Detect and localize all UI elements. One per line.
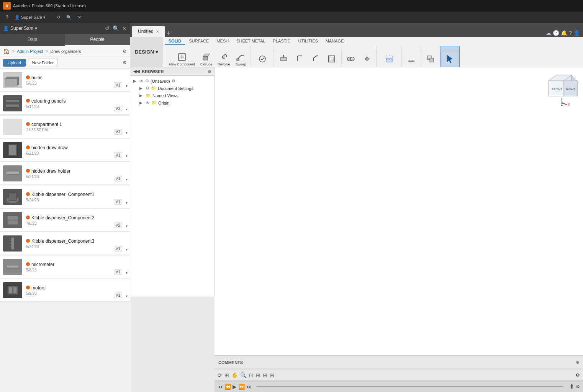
measure-tool[interactable]: [404, 52, 419, 66]
grid-display-icon[interactable]: ⊞: [263, 372, 267, 378]
list-item[interactable]: micrometer 5/8/23 V1 ▾: [0, 256, 130, 278]
tab-mesh[interactable]: MESH: [213, 38, 233, 45]
home-view-icon[interactable]: ⊞: [224, 372, 229, 378]
bell-icon[interactable]: 🔔: [561, 30, 567, 36]
refresh-icon[interactable]: ↺: [105, 25, 110, 31]
user-button[interactable]: 👤 Super Sam ▾: [3, 26, 37, 31]
tree-item-root[interactable]: ▶ 👁 ⚙ (Unsaved) ⚙: [130, 77, 214, 85]
grid-menu-btn[interactable]: ⠿: [3, 14, 11, 21]
document-tab[interactable]: Untitled ✕: [132, 26, 165, 37]
tab-people[interactable]: People: [65, 34, 130, 46]
list-item[interactable]: hidden draw draw 6/21/23 V1 ▾: [0, 139, 130, 162]
sweep-tool[interactable]: Sweep: [233, 50, 248, 68]
prev-button[interactable]: ⏪: [224, 384, 231, 390]
chevron-down-icon[interactable]: ▾: [126, 107, 128, 111]
close-btn[interactable]: ✕: [75, 14, 84, 21]
orbit-icon[interactable]: ⟳: [218, 372, 222, 378]
comments-add-icon[interactable]: ⊕: [576, 360, 579, 365]
user-menu-btn[interactable]: 👤 Super Sam ▾: [12, 14, 48, 21]
close-icon[interactable]: ✕: [122, 25, 127, 31]
tab-solid[interactable]: SOLID: [165, 38, 185, 45]
tab-manage[interactable]: MANAGE: [322, 38, 348, 45]
add-tab-button[interactable]: +: [167, 30, 171, 37]
file-version: V1: [114, 269, 122, 275]
skip-start-button[interactable]: ⏮: [218, 384, 223, 390]
cloud-icon[interactable]: ☁: [546, 30, 551, 36]
automate-tool[interactable]: [255, 52, 270, 66]
settings-icon[interactable]: ⚙: [123, 49, 127, 54]
user-profile-icon[interactable]: 👤: [573, 30, 580, 36]
chevron-down-icon[interactable]: ▾: [126, 177, 128, 181]
zoom-fit-icon[interactable]: ⊡: [249, 372, 254, 378]
view-cube[interactable]: FRONT RIGHT Z X: [545, 71, 579, 106]
joint-origin-tool[interactable]: [359, 52, 375, 66]
tab-close-icon[interactable]: ✕: [156, 29, 159, 34]
pan-icon[interactable]: ✋: [231, 372, 238, 378]
panel-settings-icon[interactable]: ⚙: [123, 60, 127, 65]
tab-surface[interactable]: SURFACE: [185, 38, 213, 45]
tab-sheet-metal[interactable]: SHEET METAL: [233, 38, 269, 45]
help-icon[interactable]: ?: [569, 30, 572, 36]
joint-tool[interactable]: [343, 52, 359, 66]
timeline-slider[interactable]: [256, 386, 563, 387]
chevron-down-icon[interactable]: ▾: [126, 201, 128, 205]
list-item[interactable]: compartment 1 11:33:57 PM V1 ▾: [0, 116, 130, 138]
offset-plane-tool[interactable]: [382, 52, 397, 66]
next-button[interactable]: ⏩: [238, 384, 245, 390]
select-tool[interactable]: [442, 52, 458, 66]
tree-eye-icon[interactable]: 👁: [146, 101, 150, 105]
list-item[interactable]: Kibble dispenser_Component3 5/24/23 V1 ▾: [0, 232, 130, 255]
admin-project-link[interactable]: Admin Project: [17, 49, 43, 54]
fillet-tool[interactable]: [292, 52, 307, 66]
tab-plastic[interactable]: PLASTIC: [269, 38, 295, 45]
timeline-settings-icon[interactable]: ⚙: [576, 384, 580, 389]
clock-icon[interactable]: 🕐: [553, 30, 559, 36]
list-item[interactable]: hidden draw holder 6/21/23 V1 ▾: [0, 162, 130, 185]
play-button[interactable]: ▶: [233, 384, 237, 390]
chevron-down-icon[interactable]: ▾: [126, 154, 128, 158]
home-icon[interactable]: 🏠: [3, 48, 10, 54]
upload-button[interactable]: Upload: [3, 59, 26, 67]
tab-utilities[interactable]: UTILITIES: [294, 38, 321, 45]
tree-gear-icon[interactable]: ⚙: [145, 78, 149, 83]
chevron-down-icon[interactable]: ▾: [126, 84, 128, 88]
revolve-tool[interactable]: Revolve: [215, 50, 233, 68]
tree-item-origin[interactable]: ▶ 👁 📁 Origin: [130, 99, 214, 106]
new-component-tool[interactable]: New Component: [167, 50, 197, 68]
press-pull-tool[interactable]: [276, 52, 291, 66]
browser-collapse-icon[interactable]: ◀◀: [133, 69, 139, 74]
shell-tool[interactable]: [324, 52, 339, 66]
tab-data[interactable]: Data: [0, 34, 65, 46]
new-folder-button[interactable]: New Folder: [28, 59, 58, 67]
tree-item-document-settings[interactable]: ▶ ⚙ 📁 Document Settings: [130, 85, 214, 92]
skip-end-button[interactable]: ⏭: [246, 384, 252, 390]
canvas-area[interactable]: FRONT RIGHT Z X: [215, 67, 583, 355]
insert-derive-tool[interactable]: [423, 52, 438, 66]
draw-organisers-link[interactable]: Draw organisers: [51, 49, 81, 54]
chamfer-tool[interactable]: [308, 52, 323, 66]
design-mode-button[interactable]: DESIGN ▾: [130, 37, 163, 67]
list-item[interactable]: Kibble dispenser_Component2 7/8/23 V2 ▾: [0, 209, 130, 232]
settings-right[interactable]: ⚙: [576, 372, 580, 378]
search-btn[interactable]: 🔍: [64, 14, 74, 21]
extrude-tool[interactable]: Extrude: [198, 50, 215, 68]
chevron-down-icon[interactable]: ▾: [126, 131, 128, 135]
list-item[interactable]: colouring pencils 5/14/23 V2 ▾: [0, 92, 130, 115]
display-settings-icon[interactable]: ⊞: [256, 372, 260, 378]
chevron-down-icon[interactable]: ▾: [126, 247, 128, 252]
chevron-down-icon[interactable]: ▾: [126, 224, 128, 228]
list-item[interactable]: bulbs 5/8/23 V1 ▾: [0, 69, 130, 91]
tree-eye-icon[interactable]: 👁: [139, 79, 144, 83]
list-item[interactable]: motors 5/9/23 V1 ▾: [0, 279, 130, 302]
viewport-settings-icon[interactable]: ⊞: [270, 372, 274, 378]
file-version: V1: [114, 82, 122, 88]
chevron-down-icon[interactable]: ▾: [126, 294, 128, 298]
zoom-icon[interactable]: 🔍: [240, 372, 247, 378]
chevron-down-icon[interactable]: ▾: [126, 271, 128, 275]
svg-point-25: [222, 56, 225, 59]
search-icon[interactable]: 🔍: [113, 25, 119, 31]
tree-item-named-views[interactable]: ▶ 📁 Named Views: [130, 92, 214, 99]
list-item[interactable]: Kibble dispenser_Component1 5/24/23 V1 ▾: [0, 186, 130, 208]
refresh-btn[interactable]: ↺: [54, 14, 62, 21]
new-component-icon: [177, 52, 187, 62]
